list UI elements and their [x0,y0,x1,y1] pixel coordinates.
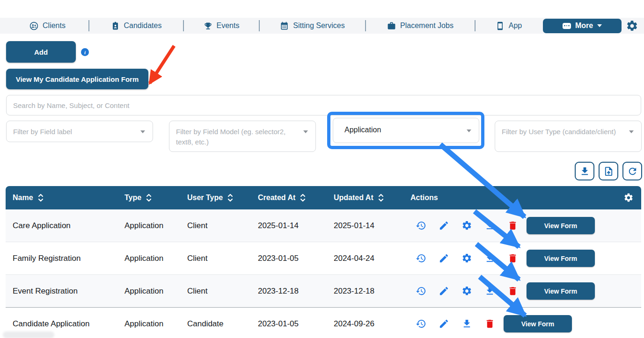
column-header-actions: Actions [403,194,641,202]
nav-label: Events [217,22,240,30]
cell-actions: View Form [403,282,641,300]
cell-name: Event Registration [6,287,117,296]
info-icon[interactable]: i [81,48,89,56]
nav-item-candidates[interactable]: Candidates [89,22,183,30]
history-icon[interactable] [416,253,426,264]
nav-label: App [509,22,522,30]
filter-placeholder: Filter by User Type (candidate/client) [502,128,616,136]
edit-icon[interactable] [439,253,449,264]
red-annotation-arrow [150,46,174,83]
filter-placeholder: Filter by Field label [13,128,72,136]
download-icon[interactable] [484,286,495,296]
nav-item-app[interactable]: App [476,22,542,30]
refresh-icon [627,166,638,177]
column-header-name[interactable]: Name [6,193,117,202]
column-header-created-at[interactable]: Created At [251,193,327,202]
settings-icon[interactable] [461,286,472,296]
edit-icon[interactable] [439,286,449,296]
edit-icon[interactable] [439,318,449,329]
more-button[interactable]: More [543,19,622,33]
cell-name: Family Registration [6,254,117,263]
settings-icon[interactable] [461,318,472,329]
settings-icon[interactable] [461,220,472,231]
briefcase-icon [387,22,396,30]
filter-user-type-select[interactable]: Filter by User Type (candidate/client) [495,121,642,152]
nav-item-clients[interactable]: Clients [7,22,88,30]
delete-icon[interactable] [484,318,495,329]
table-row: Family Registration Application Client 2… [6,242,641,275]
nav-label: Sitting Services [293,22,344,30]
sort-icon [300,193,306,202]
view-form-button[interactable]: View Form [527,282,595,300]
add-button[interactable]: Add [6,41,76,63]
top-navbar: Clients Candidates Events Sitting Servic… [0,18,644,34]
table-row: Event Registration Application Client 20… [6,275,641,308]
calendar-icon [280,22,289,30]
cell-type: Application [117,319,180,329]
gear-icon[interactable] [623,193,634,203]
users-circle-icon [29,22,38,30]
sort-icon [227,193,233,202]
cell-created-at: 2025-01-14 [251,221,327,230]
cell-type: Application [117,287,180,296]
nav-label: Candidates [124,22,162,30]
delete-icon[interactable] [507,253,518,264]
chevron-down-icon [597,24,602,27]
cell-updated-at: 2024-09-26 [327,319,403,329]
history-icon[interactable] [416,318,426,329]
cell-actions: View Form [403,315,641,332]
cell-user-type: Client [180,287,251,296]
cell-updated-at: 2023-12-18 [327,287,403,296]
gear-icon[interactable] [626,20,638,32]
nav-item-placement-jobs[interactable]: Placement Jobs [366,22,475,30]
cell-user-type: Client [180,221,251,230]
view-form-button[interactable]: View Form [527,250,595,267]
export-file-icon [603,166,614,177]
view-my-candidate-application-form-button[interactable]: View My Candidate Application Form [6,69,148,89]
refresh-button[interactable] [622,162,642,180]
cell-updated-at: 2024-04-24 [327,254,403,263]
column-header-user-type[interactable]: User Type [180,193,251,202]
cell-name: Care Application [6,221,117,230]
app-window: Clients Candidates Events Sitting Servic… [0,0,644,338]
chevron-down-icon [467,129,471,132]
filter-field-model-select[interactable]: Filter by Field Model (eg. selector2, te… [169,121,316,152]
view-form-button[interactable]: View Form [527,217,595,234]
filter-placeholder: Filter by Field Model (eg. selector2, te… [176,128,285,146]
view-form-button[interactable]: View Form [504,315,572,332]
nav-item-sitting-services[interactable]: Sitting Services [260,22,365,30]
history-icon[interactable] [416,220,426,231]
more-label: More [575,22,593,30]
filter-field-label-select[interactable]: Filter by Field label [6,121,153,142]
cell-created-at: 2023-01-05 [251,319,327,329]
edit-icon[interactable] [439,220,449,231]
download-icon[interactable] [484,253,495,264]
chat-ellipsis-icon [563,23,571,29]
search-input[interactable] [6,95,641,115]
settings-icon[interactable] [461,253,472,264]
export-file-button[interactable] [599,162,618,180]
cell-created-at: 2023-01-05 [251,254,327,263]
nav-label: Clients [43,22,66,30]
download-button[interactable] [575,162,594,180]
download-icon [579,166,590,177]
nav-label: Placement Jobs [400,22,454,30]
smartphone-icon [496,22,505,30]
history-icon[interactable] [416,286,426,296]
cell-type: Application [117,254,180,263]
table-header-row: Name Type User Type Created At Updated A… [6,186,641,209]
table-toolbar [575,162,642,180]
column-header-updated-at[interactable]: Updated At [327,193,403,202]
nav-item-events[interactable]: Events [184,22,259,30]
table-row: Candidate Application Application Candid… [6,308,641,338]
sort-icon [146,193,152,202]
cell-actions: View Form [403,250,641,267]
filter-form-type-select[interactable]: Application [333,118,479,143]
column-header-type[interactable]: Type [117,193,180,202]
download-icon[interactable] [484,220,495,231]
delete-icon[interactable] [507,286,518,296]
cell-updated-at: 2025-01-14 [327,221,403,230]
table-row: Care Application Application Client 2025… [6,209,641,242]
cell-created-at: 2023-12-18 [251,287,327,296]
delete-icon[interactable] [507,220,518,231]
